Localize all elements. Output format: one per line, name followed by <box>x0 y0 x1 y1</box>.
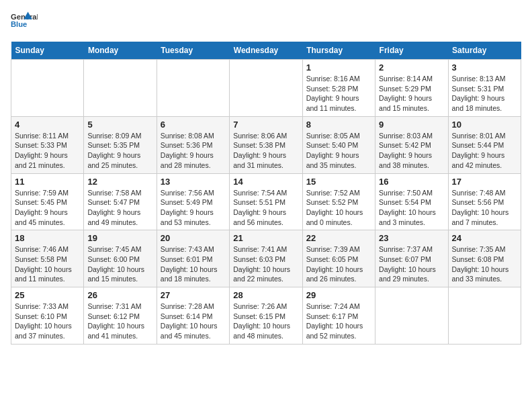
day-info: Sunrise: 7:39 AM Sunset: 6:05 PM Dayligh… <box>306 244 371 284</box>
calendar-cell <box>230 60 302 117</box>
day-number: 16 <box>379 177 444 187</box>
calendar-cell: 13Sunrise: 7:56 AM Sunset: 5:49 PM Dayli… <box>157 173 229 230</box>
day-info: Sunrise: 7:43 AM Sunset: 6:01 PM Dayligh… <box>161 244 226 284</box>
day-number: 7 <box>233 120 298 130</box>
day-info: Sunrise: 8:01 AM Sunset: 5:44 PM Dayligh… <box>452 131 517 171</box>
week-row-2: 4Sunrise: 8:11 AM Sunset: 5:33 PM Daylig… <box>11 116 521 173</box>
day-info: Sunrise: 7:59 AM Sunset: 5:45 PM Dayligh… <box>15 188 80 228</box>
weekday-header-monday: Monday <box>84 42 157 60</box>
weekday-header-wednesday: Wednesday <box>230 42 302 60</box>
day-info: Sunrise: 7:52 AM Sunset: 5:52 PM Dayligh… <box>306 188 371 228</box>
day-number: 9 <box>379 120 444 130</box>
calendar-cell: 2Sunrise: 8:14 AM Sunset: 5:29 PM Daylig… <box>375 60 448 117</box>
day-number: 14 <box>233 177 298 187</box>
calendar-cell <box>375 287 448 345</box>
calendar-cell: 27Sunrise: 7:28 AM Sunset: 6:14 PM Dayli… <box>157 287 229 345</box>
calendar-cell: 21Sunrise: 7:41 AM Sunset: 6:03 PM Dayli… <box>230 230 302 287</box>
day-info: Sunrise: 8:09 AM Sunset: 5:35 PM Dayligh… <box>87 131 152 171</box>
calendar-cell: 7Sunrise: 8:06 AM Sunset: 5:38 PM Daylig… <box>230 116 302 173</box>
day-info: Sunrise: 8:13 AM Sunset: 5:31 PM Dayligh… <box>452 74 517 113</box>
calendar-cell <box>84 60 157 117</box>
day-info: Sunrise: 7:50 AM Sunset: 5:54 PM Dayligh… <box>379 188 444 228</box>
day-number: 10 <box>452 120 517 130</box>
day-info: Sunrise: 8:08 AM Sunset: 5:36 PM Dayligh… <box>161 131 226 171</box>
day-number: 5 <box>87 120 152 130</box>
weekday-header-thursday: Thursday <box>302 42 375 60</box>
calendar-cell <box>157 60 229 117</box>
weekday-header-sunday: Sunday <box>11 42 84 60</box>
calendar-cell: 4Sunrise: 8:11 AM Sunset: 5:33 PM Daylig… <box>11 116 84 173</box>
calendar-cell: 16Sunrise: 7:50 AM Sunset: 5:54 PM Dayli… <box>375 173 448 230</box>
day-info: Sunrise: 7:45 AM Sunset: 6:00 PM Dayligh… <box>87 244 152 284</box>
week-row-1: 1Sunrise: 8:16 AM Sunset: 5:28 PM Daylig… <box>11 60 521 117</box>
day-number: 18 <box>15 233 80 243</box>
calendar-cell: 24Sunrise: 7:35 AM Sunset: 6:08 PM Dayli… <box>448 230 521 287</box>
day-number: 17 <box>452 177 517 187</box>
day-info: Sunrise: 7:26 AM Sunset: 6:15 PM Dayligh… <box>233 302 298 341</box>
day-number: 28 <box>233 290 298 300</box>
day-info: Sunrise: 8:11 AM Sunset: 5:33 PM Dayligh… <box>15 131 80 171</box>
calendar-cell: 14Sunrise: 7:54 AM Sunset: 5:51 PM Dayli… <box>230 173 302 230</box>
day-number: 6 <box>161 120 226 130</box>
calendar-cell: 9Sunrise: 8:03 AM Sunset: 5:42 PM Daylig… <box>375 116 448 173</box>
svg-text:Blue: Blue <box>11 20 27 28</box>
day-number: 1 <box>306 62 371 73</box>
calendar-cell: 19Sunrise: 7:45 AM Sunset: 6:00 PM Dayli… <box>84 230 157 287</box>
day-number: 29 <box>306 290 371 300</box>
calendar-cell: 26Sunrise: 7:31 AM Sunset: 6:12 PM Dayli… <box>84 287 157 345</box>
weekday-header-row: SundayMondayTuesdayWednesdayThursdayFrid… <box>11 42 521 60</box>
day-number: 23 <box>379 233 444 243</box>
day-info: Sunrise: 7:28 AM Sunset: 6:14 PM Dayligh… <box>161 302 226 341</box>
week-row-5: 25Sunrise: 7:33 AM Sunset: 6:10 PM Dayli… <box>11 287 521 345</box>
calendar-cell: 11Sunrise: 7:59 AM Sunset: 5:45 PM Dayli… <box>11 173 84 230</box>
calendar-table: SundayMondayTuesdayWednesdayThursdayFrid… <box>11 42 521 345</box>
page-header: GeneralBlue <box>11 11 521 35</box>
day-info: Sunrise: 7:48 AM Sunset: 5:56 PM Dayligh… <box>452 188 517 228</box>
calendar-cell: 3Sunrise: 8:13 AM Sunset: 5:31 PM Daylig… <box>448 60 521 117</box>
day-number: 26 <box>87 290 152 300</box>
day-number: 8 <box>306 120 371 130</box>
day-info: Sunrise: 7:37 AM Sunset: 6:07 PM Dayligh… <box>379 244 444 284</box>
svg-text:General: General <box>11 13 38 21</box>
calendar-cell: 23Sunrise: 7:37 AM Sunset: 6:07 PM Dayli… <box>375 230 448 287</box>
week-row-4: 18Sunrise: 7:46 AM Sunset: 5:58 PM Dayli… <box>11 230 521 287</box>
day-info: Sunrise: 8:16 AM Sunset: 5:28 PM Dayligh… <box>306 74 371 113</box>
logo: GeneralBlue <box>11 11 38 35</box>
calendar-cell: 22Sunrise: 7:39 AM Sunset: 6:05 PM Dayli… <box>302 230 375 287</box>
day-info: Sunrise: 7:58 AM Sunset: 5:47 PM Dayligh… <box>87 188 152 228</box>
day-info: Sunrise: 7:46 AM Sunset: 5:58 PM Dayligh… <box>15 244 80 284</box>
calendar-cell: 29Sunrise: 7:24 AM Sunset: 6:17 PM Dayli… <box>302 287 375 345</box>
day-info: Sunrise: 7:31 AM Sunset: 6:12 PM Dayligh… <box>87 302 152 341</box>
calendar-cell: 17Sunrise: 7:48 AM Sunset: 5:56 PM Dayli… <box>448 173 521 230</box>
calendar-cell: 25Sunrise: 7:33 AM Sunset: 6:10 PM Dayli… <box>11 287 84 345</box>
day-info: Sunrise: 8:05 AM Sunset: 5:40 PM Dayligh… <box>306 131 371 171</box>
day-number: 19 <box>87 233 152 243</box>
day-info: Sunrise: 7:35 AM Sunset: 6:08 PM Dayligh… <box>452 244 517 284</box>
calendar-cell: 15Sunrise: 7:52 AM Sunset: 5:52 PM Dayli… <box>302 173 375 230</box>
day-number: 22 <box>306 233 371 243</box>
calendar-cell <box>11 60 84 117</box>
day-number: 15 <box>306 177 371 187</box>
day-number: 11 <box>15 177 80 187</box>
calendar-cell: 1Sunrise: 8:16 AM Sunset: 5:28 PM Daylig… <box>302 60 375 117</box>
logo-icon: GeneralBlue <box>11 11 38 35</box>
day-info: Sunrise: 8:14 AM Sunset: 5:29 PM Dayligh… <box>379 74 444 113</box>
calendar-cell: 28Sunrise: 7:26 AM Sunset: 6:15 PM Dayli… <box>230 287 302 345</box>
calendar-cell <box>448 287 521 345</box>
day-number: 24 <box>452 233 517 243</box>
day-info: Sunrise: 7:33 AM Sunset: 6:10 PM Dayligh… <box>15 302 80 341</box>
day-number: 3 <box>452 62 517 73</box>
day-info: Sunrise: 7:24 AM Sunset: 6:17 PM Dayligh… <box>306 302 371 341</box>
day-number: 12 <box>87 177 152 187</box>
calendar-cell: 20Sunrise: 7:43 AM Sunset: 6:01 PM Dayli… <box>157 230 229 287</box>
day-number: 21 <box>233 233 298 243</box>
day-number: 4 <box>15 120 80 130</box>
day-number: 13 <box>161 177 226 187</box>
weekday-header-saturday: Saturday <box>448 42 521 60</box>
calendar-cell: 10Sunrise: 8:01 AM Sunset: 5:44 PM Dayli… <box>448 116 521 173</box>
week-row-3: 11Sunrise: 7:59 AM Sunset: 5:45 PM Dayli… <box>11 173 521 230</box>
calendar-cell: 6Sunrise: 8:08 AM Sunset: 5:36 PM Daylig… <box>157 116 229 173</box>
day-number: 25 <box>15 290 80 300</box>
weekday-header-tuesday: Tuesday <box>157 42 229 60</box>
day-number: 20 <box>161 233 226 243</box>
